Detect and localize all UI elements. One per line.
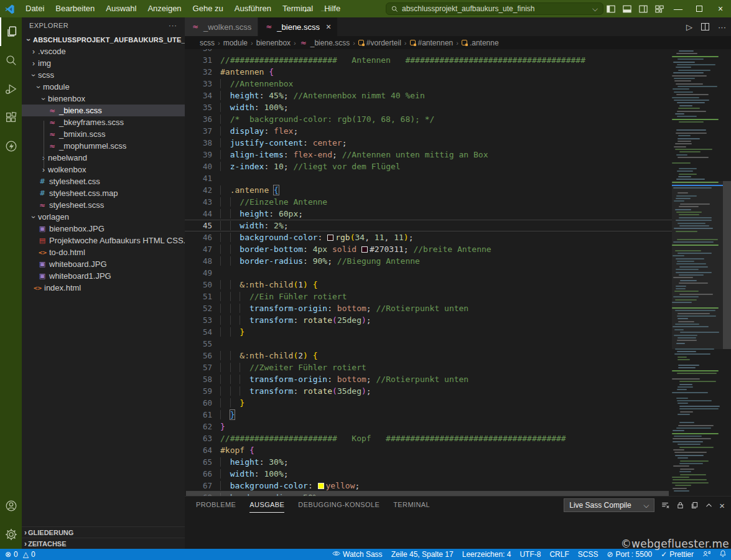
code-line-30[interactable]: 30: [185, 49, 672, 54]
tree-item-biene-scss[interactable]: ≈_biene.scss: [22, 105, 185, 116]
minimap[interactable]: [672, 49, 723, 496]
panel-tab-ausgabe[interactable]: AUSGABE: [249, 497, 284, 513]
code-line-53[interactable]: 53 transform: rotate(25deg);: [185, 314, 672, 326]
code-line-45[interactable]: 45 width: 2%;: [185, 220, 672, 231]
run-file-icon[interactable]: ▷: [686, 22, 692, 32]
breadcrumb-item-bienenbox[interactable]: bienenbox: [256, 39, 291, 47]
code-line-47[interactable]: 47 border-bottom: 4px solid #270311; //b…: [185, 243, 672, 255]
code-line-44[interactable]: 44 height: 60px;: [185, 208, 672, 220]
status-crlf[interactable]: CRLF: [545, 549, 573, 560]
customize-layout-icon[interactable]: [651, 0, 668, 17]
code-line-40[interactable]: 40 z-index: 10; //liegt vor dem Flügel: [185, 161, 672, 172]
toggle-panel-icon[interactable]: [619, 0, 635, 17]
maximize-panel-icon[interactable]: [705, 502, 713, 510]
lock-scrolling-icon[interactable]: [676, 501, 684, 510]
status-leerzeichen-4[interactable]: Leerzeichen: 4: [458, 549, 516, 560]
explorer-icon[interactable]: [0, 17, 22, 46]
tree-item-bienenbox[interactable]: ›bienenbox: [22, 93, 185, 105]
status-zeile-45-spalte-17[interactable]: Zeile 45, Spalte 17: [387, 549, 458, 560]
menu-item-auswahl[interactable]: Auswahl: [100, 0, 142, 17]
code-line-37[interactable]: 37 display: flex;: [185, 125, 672, 137]
status-warning-triangle[interactable]: △0: [22, 549, 37, 560]
tree-item-stylesheet-scss[interactable]: ≈stylesheet.scss: [22, 199, 185, 211]
color-swatch[interactable]: [361, 246, 368, 253]
nav-back-icon[interactable]: ←: [302, 4, 312, 14]
tree-item-mophummel-scss[interactable]: ≈_mophummel.scss: [22, 140, 185, 152]
tree-item-img[interactable]: ›img: [22, 57, 185, 69]
panel-tab-terminal[interactable]: TERMINAL: [393, 497, 430, 512]
status-port-5500[interactable]: ⊘Port : 5500: [602, 549, 656, 560]
code-line-41[interactable]: 41: [185, 172, 672, 184]
menu-item-bearbeiten[interactable]: Bearbeiten: [50, 0, 100, 17]
status-error-circle[interactable]: ⊗0: [4, 549, 19, 560]
color-swatch[interactable]: [327, 235, 333, 241]
minimize-button[interactable]: —: [668, 0, 689, 17]
code-line-50[interactable]: 50 &:nth-child(1) {: [185, 279, 672, 291]
code-editor[interactable]: 3031//###################### Antennen ##…: [185, 49, 731, 496]
status-watch-sass[interactable]: Watch Sass: [328, 549, 387, 560]
tree-item-bienenbox-jpg[interactable]: ▣bienenbox.JPG: [22, 223, 185, 235]
tree-item-projektwoche-aufbaukurs-html-css-pdf[interactable]: ▤Projektwoche Aufbaukurs HTML CSS.pdf: [22, 235, 185, 246]
menu-item-datei[interactable]: Datei: [20, 0, 50, 17]
code-line-34[interactable]: 34 height: 45%; //Antennenbox nimmt 40 %…: [185, 90, 672, 101]
code-line-43[interactable]: 43 //Einzelne Antenne: [185, 196, 672, 208]
run-debug-icon[interactable]: [0, 75, 22, 103]
code-line-54[interactable]: 54 }: [185, 326, 672, 338]
breadcrumb-item-antenne[interactable]: .antenne: [462, 39, 499, 47]
code-line-32[interactable]: 32#antennen {: [185, 66, 672, 78]
live-server-icon[interactable]: [0, 132, 22, 161]
tree-item-scss[interactable]: ›scss: [22, 69, 185, 81]
tree-item-nebelwand[interactable]: ›nebelwand: [22, 152, 185, 164]
menu-item-anzeigen[interactable]: Anzeigen: [142, 0, 187, 17]
accounts-icon[interactable]: [0, 492, 22, 520]
tree-item-bmixin-scss[interactable]: ≈_bmixin.scss: [22, 128, 185, 140]
command-center-search[interactable]: abschlussprojekt_aufbaukurs_ute_finish ⌵: [386, 2, 603, 15]
code-line-61[interactable]: 61 }: [185, 409, 672, 421]
menu-item-gehe-zu[interactable]: Gehe zu: [187, 0, 229, 17]
status-prettier[interactable]: ✓Prettier: [656, 549, 698, 560]
close-tab-icon[interactable]: ×: [326, 22, 331, 32]
settings-gear-icon[interactable]: [0, 520, 22, 549]
toggle-secondary-sidebar-icon[interactable]: [635, 0, 651, 17]
tree-item-vorlagen[interactable]: ›vorlagen: [22, 211, 185, 223]
breadcrumb-item-biene-scss[interactable]: ≈_biene.scss: [299, 39, 350, 47]
tree-item-vscode[interactable]: ›.vscode: [22, 45, 185, 57]
code-line-63[interactable]: 63//###################### Kopf ########…: [185, 432, 672, 444]
code-line-39[interactable]: 39 align-items: flex-end; //Antennen unt…: [185, 149, 672, 161]
toggle-sidebar-icon[interactable]: [603, 0, 619, 17]
nav-forward-icon[interactable]: →: [319, 4, 328, 14]
code-line-55[interactable]: 55: [185, 338, 672, 350]
code-line-51[interactable]: 51 //Ein Fühler rotiert: [185, 291, 672, 302]
close-window-button[interactable]: ×: [710, 0, 731, 17]
tree-item-module[interactable]: ›module: [22, 81, 185, 93]
code-line-60[interactable]: 60 }: [185, 397, 672, 409]
output-channel-select[interactable]: Live Sass Compile ⌵: [564, 498, 654, 512]
tab-biene-scss[interactable]: ≈_biene.scss×: [258, 17, 337, 36]
code-line-59[interactable]: 59 transform: rotate(35deg);: [185, 385, 672, 397]
extensions-icon[interactable]: [0, 103, 22, 132]
code-line-67[interactable]: 67 background-color: yellow;: [185, 480, 672, 492]
tree-item-stylesheet-css-map[interactable]: #stylesheet.css.map: [22, 187, 185, 199]
vertical-scrollbar[interactable]: [723, 181, 731, 349]
breadcrumb-item-module[interactable]: module: [223, 39, 248, 47]
tree-item-to-do-html[interactable]: <>to-do.html: [22, 246, 185, 258]
search-icon[interactable]: [0, 46, 22, 75]
tree-item-stylesheet-css[interactable]: #stylesheet.css: [22, 175, 185, 187]
panel-tab-probleme[interactable]: PROBLEME: [196, 497, 236, 512]
code-line-65[interactable]: 65 height: 30%;: [185, 456, 672, 468]
views-more-icon[interactable]: ···: [169, 22, 177, 29]
maximize-button[interactable]: [689, 0, 710, 17]
code-line-64[interactable]: 64#kopf {: [185, 444, 672, 456]
status-utf-8[interactable]: UTF-8: [515, 549, 545, 560]
code-area[interactable]: 3031//###################### Antennen ##…: [185, 49, 672, 496]
code-line-33[interactable]: 33 //Antennenbox: [185, 78, 672, 90]
code-line-48[interactable]: 48 border-radius: 90%; //Biegung Antenne: [185, 255, 672, 267]
code-line-36[interactable]: 36 /* background-color: rgb(170, 68, 68)…: [185, 113, 672, 125]
code-line-42[interactable]: 42 .antenne {: [185, 184, 672, 196]
code-line-56[interactable]: 56 &:nth-child(2) {: [185, 350, 672, 362]
status-feedback[interactable]: [698, 549, 715, 560]
tab-wolken-scss[interactable]: ≈_wolken.scss: [185, 17, 258, 36]
outline-section[interactable]: › GLIEDERUNG: [22, 526, 185, 538]
code-line-38[interactable]: 38 justify-content: center;: [185, 137, 672, 149]
code-line-31[interactable]: 31//###################### Antennen ####…: [185, 54, 672, 66]
